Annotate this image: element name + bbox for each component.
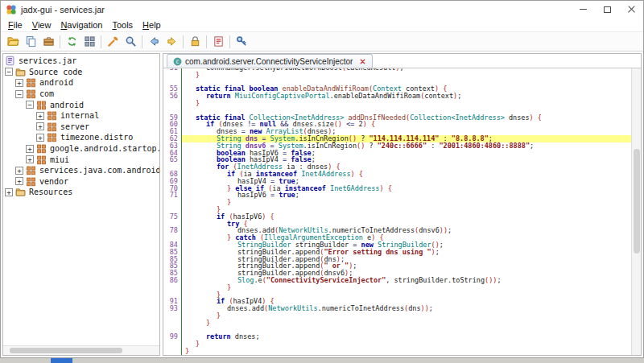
- code-line-93[interactable]: 93dnses.add(NetworkUtils.numericToInetAd…: [163, 305, 631, 312]
- code-line-85[interactable]: 85stringBuilder.append("Error setting dn…: [163, 249, 631, 256]
- tree-item-internal[interactable]: +internal: [3, 110, 159, 122]
- expand-toggle-icon[interactable]: +: [36, 134, 44, 142]
- tree-item-com[interactable]: −com: [3, 89, 159, 100]
- code-line-70[interactable]: 70} else if (ia instanceof Inet6Address)…: [163, 185, 631, 192]
- collapse-toggle-icon[interactable]: −: [26, 101, 34, 109]
- tree-item-label: vendor: [39, 177, 68, 186]
- code-line-86[interactable]: 86Slog.e("ConnectivityServiceInjector", …: [163, 277, 631, 284]
- code-line[interactable]: }: [163, 320, 631, 327]
- tab-connectivity-service-injector[interactable]: C com.android.server.ConnectivityService…: [167, 54, 373, 68]
- add-files-button[interactable]: [22, 34, 39, 50]
- tree-horizontal-scrollbar[interactable]: [3, 345, 159, 355]
- expand-toggle-icon[interactable]: +: [26, 155, 34, 163]
- code-view[interactable]: 51connManager.setHybridNetworkBoost(cach…: [163, 68, 631, 355]
- save-all-button[interactable]: [39, 34, 57, 50]
- line-number: 93: [163, 305, 182, 312]
- code-line[interactable]: }: [163, 284, 631, 291]
- line-number: [163, 312, 182, 320]
- taskbar-sliver: [0, 358, 644, 363]
- expand-toggle-icon[interactable]: +: [36, 112, 44, 120]
- flat-packages-button[interactable]: [80, 34, 98, 50]
- menu-navigation[interactable]: Navigation: [56, 19, 107, 31]
- title-bar: jadx-gui - services.jar: [1, 1, 643, 18]
- expand-toggle-icon[interactable]: +: [36, 122, 44, 130]
- back-button[interactable]: [145, 34, 163, 50]
- minimize-button[interactable]: [571, 1, 595, 18]
- code-line-68[interactable]: 68if (ia instanceof Inet4Address) {: [163, 171, 631, 178]
- tree-item-android[interactable]: +android: [3, 77, 159, 89]
- toolbar-separator: [183, 35, 184, 48]
- code-text: }: [182, 199, 631, 206]
- tree-item-label: android: [50, 101, 84, 109]
- tree-item-services-jar[interactable]: services.jar: [3, 56, 159, 67]
- tree-item-miui[interactable]: +miui: [3, 154, 159, 165]
- code-line[interactable]: }: [163, 348, 631, 355]
- app-window: jadx-gui - services.jar FileViewNavigati…: [0, 0, 644, 358]
- tree-item-label: Resources: [29, 188, 72, 196]
- code-line[interactable]: }: [163, 312, 631, 320]
- line-number: 56: [163, 93, 182, 100]
- code-vertical-scrollbar[interactable]: [631, 68, 641, 355]
- folder-icon: [15, 187, 26, 197]
- expand-toggle-icon[interactable]: +: [5, 188, 13, 196]
- preferences-button[interactable]: [233, 34, 250, 50]
- tree-item-source-code[interactable]: −Source code: [3, 67, 159, 78]
- expand-toggle-icon[interactable]: +: [15, 167, 23, 175]
- tree-item-resources[interactable]: +Resources: [3, 187, 159, 198]
- tab-close-button[interactable]: [359, 58, 366, 65]
- code-text: }: [182, 348, 631, 355]
- expand-toggle-icon[interactable]: +: [15, 177, 23, 185]
- menu-file[interactable]: File: [3, 19, 27, 31]
- tree-item-label: services.jar: [19, 56, 76, 65]
- line-number: [163, 199, 182, 206]
- menu-help[interactable]: Help: [138, 19, 166, 31]
- expand-toggle-icon[interactable]: +: [15, 79, 23, 87]
- open-file-icon: [7, 35, 19, 47]
- tree-item-timezone-distro[interactable]: +timezone.distro: [3, 132, 159, 143]
- taskbar-item[interactable]: [51, 358, 72, 363]
- code-line[interactable]: }: [163, 340, 631, 348]
- code-line[interactable]: }: [163, 199, 631, 206]
- scrollbar-thumb[interactable]: [10, 348, 122, 353]
- tree-item-label: timezone.distro: [60, 133, 133, 142]
- preferences-icon: [236, 35, 248, 47]
- line-number: 65: [163, 156, 182, 163]
- deobfuscation-button[interactable]: [104, 34, 122, 50]
- tree-item-label: miui: [50, 155, 69, 164]
- code-area: 51connManager.setHybridNetworkBoost(cach…: [163, 68, 641, 355]
- menu-view[interactable]: View: [27, 19, 56, 31]
- menu-tools[interactable]: Tools: [107, 19, 138, 31]
- line-number: 99: [163, 333, 182, 340]
- close-button[interactable]: [619, 1, 643, 18]
- folder-icon: [15, 67, 26, 77]
- code-line-56[interactable]: 56return MiuiConfigCaptivePortal.enableD…: [163, 93, 631, 100]
- log-viewer-button[interactable]: [209, 34, 227, 50]
- tree-item-services-java-com-android-server[interactable]: +services.java.com.android.server.: [3, 165, 159, 176]
- package-icon: [47, 132, 57, 142]
- scrollbar-thumb[interactable]: [634, 149, 640, 254]
- code-line-71[interactable]: 71hasIpV6 = true;: [163, 192, 631, 199]
- tree-item-google-android-startop-iorap[interactable]: +google.android.startop.iorap: [3, 143, 159, 155]
- code-line-85[interactable]: 85stringBuilder.append(dns);: [163, 256, 631, 263]
- collapse-toggle-icon[interactable]: −: [5, 68, 13, 76]
- tree-item-vendor[interactable]: +vendor: [3, 176, 159, 188]
- maximize-button[interactable]: [595, 1, 619, 18]
- code-text: return MiuiConfigCaptivePortal.enableDat…: [182, 93, 631, 100]
- code-line-85[interactable]: 85stringBuilder.append(" or ");: [163, 262, 631, 270]
- sync-icon: [66, 35, 78, 47]
- package-icon: [26, 165, 36, 175]
- code-line-99[interactable]: 99return dnses;: [163, 333, 631, 340]
- sync-button[interactable]: [63, 34, 80, 50]
- expand-toggle-icon[interactable]: +: [26, 145, 34, 153]
- lock-button[interactable]: [186, 34, 204, 50]
- tree-item-server[interactable]: +server: [3, 122, 159, 133]
- search-button[interactable]: [122, 34, 139, 50]
- collapse-toggle-icon[interactable]: −: [15, 90, 23, 98]
- line-number: [163, 320, 182, 327]
- tree-item-android[interactable]: −android: [3, 99, 159, 110]
- forward-button[interactable]: [163, 34, 180, 50]
- code-line[interactable]: }: [163, 100, 631, 107]
- package-icon: [26, 89, 36, 99]
- open-file-button[interactable]: [4, 34, 22, 50]
- code-line[interactable]: }: [163, 72, 631, 79]
